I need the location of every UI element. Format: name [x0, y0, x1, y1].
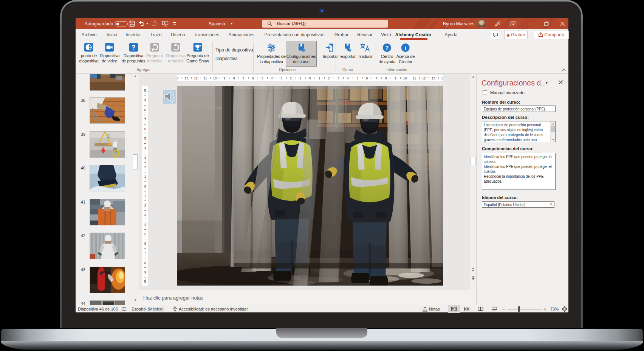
svg-text:2: 2	[144, 203, 146, 207]
svg-text:10: 10	[143, 280, 147, 284]
svg-text:4: 4	[144, 223, 146, 227]
svg-text:9: 9	[223, 76, 225, 80]
svg-text:6: 6	[366, 76, 368, 80]
svg-text:12: 12	[422, 76, 426, 80]
svg-text:13: 13	[184, 76, 188, 80]
svg-text:5: 5	[144, 232, 146, 236]
svg-text:9: 9	[395, 76, 396, 80]
svg-text:6: 6	[252, 76, 254, 80]
svg-text:9: 9	[144, 270, 146, 274]
svg-text:1: 1	[299, 76, 301, 80]
svg-text:8: 8	[144, 108, 146, 112]
svg-text:3: 3	[280, 76, 282, 80]
svg-text:12: 12	[194, 76, 198, 80]
svg-text:8: 8	[385, 76, 387, 80]
svg-text:8: 8	[233, 76, 235, 80]
svg-text:1: 1	[144, 194, 146, 198]
svg-text:14: 14	[177, 76, 179, 80]
svg-text:3: 3	[144, 156, 146, 160]
svg-text:?: ?	[385, 45, 389, 51]
svg-text:10: 10	[213, 76, 217, 80]
svg-text:5: 5	[356, 76, 358, 80]
svg-text:2: 2	[290, 76, 292, 80]
svg-text:i: i	[405, 45, 406, 51]
svg-text:5: 5	[144, 137, 146, 140]
svg-text:4: 4	[271, 76, 273, 80]
svg-text:7: 7	[243, 76, 245, 80]
svg-text:8: 8	[144, 261, 146, 265]
svg-text:7: 7	[376, 76, 378, 80]
svg-text:13: 13	[432, 76, 435, 80]
svg-text:9: 9	[144, 98, 146, 102]
svg-text:?: ?	[132, 44, 135, 51]
svg-text:5: 5	[262, 76, 263, 80]
svg-text:0: 0	[309, 76, 311, 80]
svg-text:1: 1	[319, 76, 320, 80]
svg-text:14: 14	[441, 76, 443, 80]
svg-text:1: 1	[144, 175, 146, 179]
svg-text:2: 2	[328, 76, 330, 80]
svg-text:7: 7	[144, 118, 146, 121]
svg-text:2: 2	[144, 165, 146, 169]
svg-text:11: 11	[413, 76, 416, 80]
svg-text:6: 6	[144, 242, 146, 245]
svg-text:?: ?	[151, 47, 154, 51]
svg-text:10: 10	[143, 89, 147, 93]
svg-text:7: 7	[144, 251, 146, 255]
svg-text:3: 3	[144, 213, 146, 217]
svg-text:0: 0	[144, 185, 146, 188]
svg-text:4: 4	[347, 76, 349, 80]
svg-text:6: 6	[144, 127, 146, 131]
svg-text:10: 10	[403, 76, 407, 80]
svg-text:4: 4	[144, 146, 146, 150]
svg-text:11: 11	[204, 76, 207, 80]
svg-text:3: 3	[337, 76, 339, 80]
